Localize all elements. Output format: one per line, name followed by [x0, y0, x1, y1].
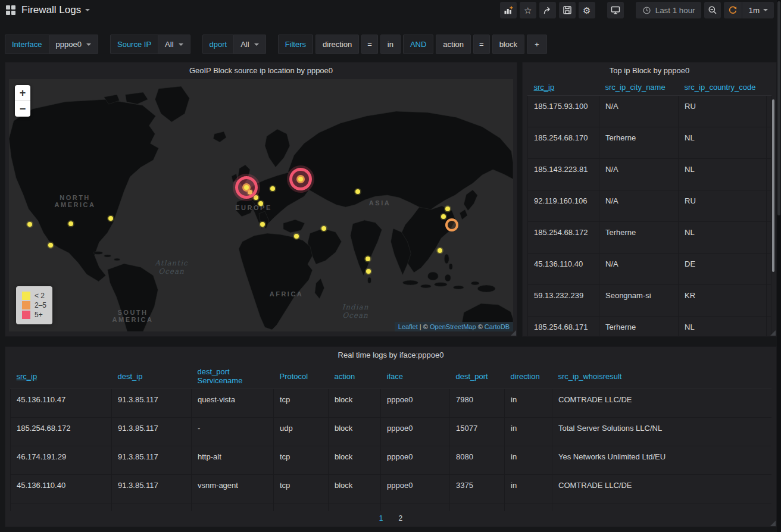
attribution-text: © [476, 323, 485, 330]
map-marker[interactable] [445, 218, 458, 231]
refresh-button[interactable] [724, 2, 742, 18]
chevron-down-icon [86, 43, 91, 46]
panel-resize-handle[interactable] [770, 521, 776, 526]
table-cell: 3375 [450, 475, 505, 503]
map-marker[interactable] [260, 222, 265, 227]
map-marker[interactable] [365, 256, 370, 261]
variable-value-dropdown[interactable]: All [234, 35, 265, 54]
bar-chart-plus-icon [504, 5, 513, 15]
map-marker[interactable] [254, 195, 258, 200]
table-cell: 7980 [450, 389, 505, 418]
map-marker[interactable] [48, 243, 53, 248]
column-header[interactable]: direction [505, 364, 552, 389]
page-scrollbar-thumb[interactable] [777, 1, 780, 215]
map-zoom-out-button[interactable]: − [15, 101, 30, 117]
map-marker[interactable] [289, 168, 312, 190]
top-ip-table-wrap: src_ipsrc_ip_city_namesrc_ip_country_cod… [527, 79, 771, 336]
refresh-interval-dropdown[interactable]: 1m [742, 2, 774, 18]
table-cell: block [329, 389, 381, 418]
dashboard-title-dropdown[interactable]: Firewall Logs [21, 4, 90, 16]
dashboards-menu-icon[interactable] [6, 5, 15, 15]
table-scrollbar[interactable] [772, 99, 774, 272]
map-marker[interactable] [27, 222, 32, 227]
filter-segments: direction=inANDaction=block [315, 35, 524, 54]
attribution-link[interactable]: CartoDB [485, 323, 510, 330]
refresh-icon [728, 5, 738, 15]
table-cell: tcp [274, 389, 329, 418]
table-cell: tcp [274, 475, 329, 503]
table-cell: 91.3.85.117 [112, 389, 192, 418]
table-row: 185.175.93.100N/ARU11.00 [528, 96, 771, 127]
filter-segment-cond[interactable]: AND [403, 35, 433, 54]
star-button[interactable]: ☆ [520, 2, 536, 18]
page-number[interactable]: 1 [379, 514, 383, 522]
table-row: 185.254.68.172TerherneNL4.00 [528, 222, 771, 254]
filter-segment-field[interactable]: action [436, 35, 471, 54]
attribution-link[interactable]: Leaflet [398, 323, 418, 330]
map-marker[interactable] [438, 248, 442, 253]
column-header[interactable]: src_ip [11, 364, 112, 389]
column-header[interactable]: src_ip [528, 79, 599, 96]
map-marker[interactable] [321, 226, 326, 231]
panel-resize-handle[interactable] [511, 330, 516, 336]
time-picker-button[interactable]: Last 1 hour [636, 2, 702, 18]
map-zoom-in-button[interactable]: + [15, 85, 30, 101]
map-marker[interactable] [294, 234, 299, 239]
page-scrollbar[interactable] [777, 0, 781, 532]
legend-label: < 2 [35, 292, 45, 300]
table-row: 185.143.223.81N/ANL7.00 [528, 159, 771, 190]
variable-value-dropdown[interactable]: All [158, 35, 190, 54]
column-header[interactable]: iface [381, 364, 450, 389]
column-header[interactable]: src_ip_whoisresult [552, 364, 772, 389]
table-cell: N/A [599, 254, 679, 285]
map-marker[interactable] [445, 206, 450, 211]
save-button[interactable] [559, 2, 576, 18]
zoom-out-icon [708, 5, 717, 15]
panel-title[interactable]: Top ip Block by pppoe0 [523, 62, 776, 79]
map-marker[interactable] [270, 186, 275, 191]
column-header[interactable]: src_ip_city_name [599, 79, 679, 96]
table-cell: NL [679, 317, 767, 337]
filter-segment-op[interactable]: = [473, 35, 490, 54]
table-row: 46.174.191.2991.3.85.117http-alttcpblock… [11, 446, 772, 475]
column-header[interactable]: Protocol [274, 364, 329, 389]
logs-table-wrap: src_ipdest_ipdest_port ServicenameProtoc… [10, 364, 771, 511]
column-header[interactable]: dest_port [450, 364, 505, 389]
add-filter-button[interactable]: + [527, 35, 547, 54]
attribution-link[interactable]: OpenStreetMap [430, 323, 476, 330]
column-header[interactable]: dest_port Servicename [192, 364, 274, 389]
filter-segment-value[interactable]: in [380, 35, 401, 54]
map-marker[interactable] [366, 269, 371, 274]
map-marker[interactable] [355, 189, 360, 194]
table-cell: 8080 [450, 446, 505, 475]
table-row: 185.254.68.171TerherneNL3.00 [528, 317, 771, 337]
table-cell: pppoe0 [381, 503, 450, 512]
map-marker[interactable] [258, 201, 263, 206]
filter-segment-value[interactable]: block [492, 35, 524, 54]
map-marker[interactable] [108, 216, 113, 221]
table-cell: 9.00 [767, 127, 771, 159]
settings-button[interactable]: ⚙ [579, 2, 595, 18]
map-marker[interactable] [68, 221, 73, 226]
cycle-view-button[interactable] [607, 2, 624, 18]
filter-segment-op[interactable]: = [361, 35, 378, 54]
filters-label: Filters [278, 35, 313, 54]
map-canvas[interactable]: NORTH AMERICAEUROPEASIAAFRICASOUTH AMERI… [9, 79, 513, 331]
map-attribution: Leaflet | © OpenStreetMap © CartoDB [395, 322, 513, 331]
share-button[interactable] [539, 2, 556, 18]
column-header[interactable]: src_ip_country_code [679, 79, 767, 96]
table-cell: 185.175.93.100 [528, 96, 599, 127]
add-panel-button[interactable] [500, 2, 517, 18]
column-header[interactable]: dest_ip [112, 364, 192, 389]
variable-value-dropdown[interactable]: pppoe0 [49, 35, 98, 54]
page-number[interactable]: 2 [399, 514, 403, 522]
zoom-out-time-button[interactable] [704, 2, 721, 18]
panel-title[interactable]: GeoIP Block source ip location by pppoe0 [5, 62, 517, 79]
column-header[interactable]: Count [767, 79, 771, 96]
column-header[interactable]: action [329, 364, 381, 389]
map-marker[interactable] [441, 214, 446, 219]
map-marker[interactable] [235, 176, 258, 199]
filter-segment-field[interactable]: direction [315, 35, 359, 54]
panel-resize-handle[interactable] [770, 330, 776, 336]
panel-title[interactable]: Real time logs by iface:pppoe0 [5, 347, 776, 364]
